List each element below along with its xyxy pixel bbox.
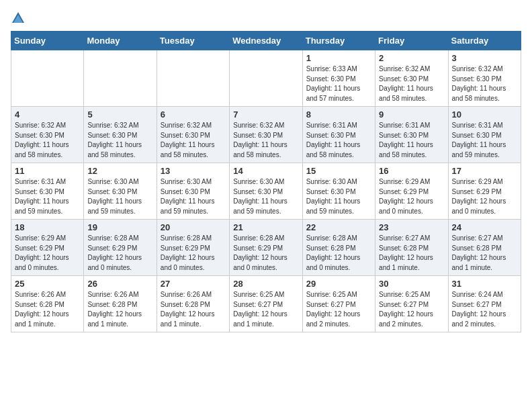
- calendar-cell: 12Sunrise: 6:30 AM Sunset: 6:30 PM Dayli…: [84, 163, 157, 220]
- day-info: Sunrise: 6:29 AM Sunset: 6:29 PM Dayligh…: [452, 177, 517, 216]
- day-info: Sunrise: 6:30 AM Sunset: 6:30 PM Dayligh…: [306, 177, 371, 216]
- day-info: Sunrise: 6:28 AM Sunset: 6:28 PM Dayligh…: [306, 234, 371, 273]
- calendar-cell: 26Sunrise: 6:26 AM Sunset: 6:28 PM Dayli…: [84, 276, 157, 332]
- logo-icon: [11, 11, 26, 26]
- calendar-cell: 22Sunrise: 6:28 AM Sunset: 6:28 PM Dayli…: [302, 220, 375, 276]
- calendar-week-row: 4Sunrise: 6:32 AM Sunset: 6:30 PM Daylig…: [11, 107, 521, 163]
- day-number: 14: [233, 166, 298, 176]
- day-info: Sunrise: 6:32 AM Sunset: 6:30 PM Dayligh…: [233, 121, 298, 160]
- day-info: Sunrise: 6:31 AM Sunset: 6:30 PM Dayligh…: [15, 177, 80, 216]
- day-info: Sunrise: 6:27 AM Sunset: 6:28 PM Dayligh…: [452, 234, 517, 273]
- day-info: Sunrise: 6:30 AM Sunset: 6:30 PM Dayligh…: [161, 177, 226, 216]
- calendar-cell: 6Sunrise: 6:32 AM Sunset: 6:30 PM Daylig…: [157, 107, 229, 163]
- day-info: Sunrise: 6:30 AM Sunset: 6:30 PM Dayligh…: [87, 177, 152, 216]
- day-info: Sunrise: 6:28 AM Sunset: 6:29 PM Dayligh…: [87, 234, 152, 273]
- calendar-cell: 7Sunrise: 6:32 AM Sunset: 6:30 PM Daylig…: [230, 107, 302, 163]
- day-of-week-header: Sunday: [11, 32, 84, 50]
- day-info: Sunrise: 6:26 AM Sunset: 6:28 PM Dayligh…: [15, 290, 80, 329]
- day-info: Sunrise: 6:32 AM Sunset: 6:30 PM Dayligh…: [87, 121, 152, 160]
- calendar-header-row: SundayMondayTuesdayWednesdayThursdayFrid…: [11, 32, 521, 50]
- day-number: 16: [379, 166, 444, 176]
- day-info: Sunrise: 6:32 AM Sunset: 6:30 PM Dayligh…: [379, 64, 444, 103]
- day-number: 21: [233, 222, 298, 232]
- logo: [11, 11, 28, 26]
- day-number: 20: [161, 222, 226, 232]
- day-number: 22: [306, 222, 371, 232]
- day-info: Sunrise: 6:32 AM Sunset: 6:30 PM Dayligh…: [161, 121, 226, 160]
- calendar-week-row: 11Sunrise: 6:31 AM Sunset: 6:30 PM Dayli…: [11, 163, 521, 220]
- day-number: 8: [306, 109, 371, 120]
- calendar-cell: 2Sunrise: 6:32 AM Sunset: 6:30 PM Daylig…: [375, 50, 448, 107]
- day-info: Sunrise: 6:25 AM Sunset: 6:27 PM Dayligh…: [233, 290, 298, 329]
- day-number: 26: [87, 279, 152, 289]
- day-of-week-header: Tuesday: [157, 32, 229, 50]
- day-of-week-header: Wednesday: [230, 32, 302, 50]
- calendar-cell: [230, 50, 302, 107]
- day-info: Sunrise: 6:25 AM Sunset: 6:27 PM Dayligh…: [379, 290, 444, 329]
- day-number: 23: [379, 222, 444, 232]
- calendar-cell: 13Sunrise: 6:30 AM Sunset: 6:30 PM Dayli…: [157, 163, 229, 220]
- calendar-cell: 15Sunrise: 6:30 AM Sunset: 6:30 PM Dayli…: [302, 163, 375, 220]
- day-of-week-header: Saturday: [448, 32, 521, 50]
- calendar-cell: 29Sunrise: 6:25 AM Sunset: 6:27 PM Dayli…: [302, 276, 375, 332]
- calendar-cell: 4Sunrise: 6:32 AM Sunset: 6:30 PM Daylig…: [11, 107, 84, 163]
- day-info: Sunrise: 6:31 AM Sunset: 6:30 PM Dayligh…: [379, 121, 444, 160]
- day-info: Sunrise: 6:28 AM Sunset: 6:29 PM Dayligh…: [233, 234, 298, 273]
- calendar-cell: [157, 50, 229, 107]
- day-number: 3: [452, 53, 517, 63]
- calendar-cell: 25Sunrise: 6:26 AM Sunset: 6:28 PM Dayli…: [11, 276, 84, 332]
- day-of-week-header: Friday: [375, 32, 448, 50]
- day-number: 24: [452, 222, 517, 232]
- calendar-cell: 9Sunrise: 6:31 AM Sunset: 6:30 PM Daylig…: [375, 107, 448, 163]
- calendar-cell: 20Sunrise: 6:28 AM Sunset: 6:29 PM Dayli…: [157, 220, 229, 276]
- day-info: Sunrise: 6:31 AM Sunset: 6:30 PM Dayligh…: [452, 121, 517, 160]
- calendar-cell: 18Sunrise: 6:29 AM Sunset: 6:29 PM Dayli…: [11, 220, 84, 276]
- calendar-cell: [84, 50, 157, 107]
- calendar-table: SundayMondayTuesdayWednesdayThursdayFrid…: [11, 31, 521, 332]
- day-info: Sunrise: 6:27 AM Sunset: 6:28 PM Dayligh…: [379, 234, 444, 273]
- calendar-cell: 23Sunrise: 6:27 AM Sunset: 6:28 PM Dayli…: [375, 220, 448, 276]
- calendar-cell: 16Sunrise: 6:29 AM Sunset: 6:29 PM Dayli…: [375, 163, 448, 220]
- calendar-cell: 17Sunrise: 6:29 AM Sunset: 6:29 PM Dayli…: [448, 163, 521, 220]
- day-number: 19: [87, 222, 152, 232]
- calendar-cell: 19Sunrise: 6:28 AM Sunset: 6:29 PM Dayli…: [84, 220, 157, 276]
- day-number: 27: [161, 279, 226, 289]
- calendar-cell: 27Sunrise: 6:26 AM Sunset: 6:28 PM Dayli…: [157, 276, 229, 332]
- day-info: Sunrise: 6:29 AM Sunset: 6:29 PM Dayligh…: [15, 234, 80, 273]
- calendar-week-row: 25Sunrise: 6:26 AM Sunset: 6:28 PM Dayli…: [11, 276, 521, 332]
- day-number: 10: [452, 109, 517, 120]
- day-number: 7: [233, 109, 298, 120]
- day-number: 6: [161, 109, 226, 120]
- day-number: 4: [15, 109, 80, 120]
- calendar-cell: 3Sunrise: 6:32 AM Sunset: 6:30 PM Daylig…: [448, 50, 521, 107]
- day-number: 11: [15, 166, 80, 176]
- day-number: 17: [452, 166, 517, 176]
- calendar-cell: 10Sunrise: 6:31 AM Sunset: 6:30 PM Dayli…: [448, 107, 521, 163]
- day-of-week-header: Monday: [84, 32, 157, 50]
- day-info: Sunrise: 6:25 AM Sunset: 6:27 PM Dayligh…: [306, 290, 371, 329]
- day-info: Sunrise: 6:32 AM Sunset: 6:30 PM Dayligh…: [452, 64, 517, 103]
- calendar-cell: 14Sunrise: 6:30 AM Sunset: 6:30 PM Dayli…: [230, 163, 302, 220]
- day-of-week-header: Thursday: [302, 32, 375, 50]
- day-number: 28: [233, 279, 298, 289]
- calendar-cell: 31Sunrise: 6:24 AM Sunset: 6:27 PM Dayli…: [448, 276, 521, 332]
- calendar-cell: 1Sunrise: 6:33 AM Sunset: 6:30 PM Daylig…: [302, 50, 375, 107]
- calendar-cell: 11Sunrise: 6:31 AM Sunset: 6:30 PM Dayli…: [11, 163, 84, 220]
- day-number: 5: [87, 109, 152, 120]
- page-header: [11, 11, 521, 26]
- day-number: 29: [306, 279, 371, 289]
- day-number: 13: [161, 166, 226, 176]
- day-number: 2: [379, 53, 444, 63]
- day-number: 31: [452, 279, 517, 289]
- calendar-cell: 28Sunrise: 6:25 AM Sunset: 6:27 PM Dayli…: [230, 276, 302, 332]
- day-info: Sunrise: 6:32 AM Sunset: 6:30 PM Dayligh…: [15, 121, 80, 160]
- day-info: Sunrise: 6:29 AM Sunset: 6:29 PM Dayligh…: [379, 177, 444, 216]
- day-number: 25: [15, 279, 80, 289]
- calendar-cell: 5Sunrise: 6:32 AM Sunset: 6:30 PM Daylig…: [84, 107, 157, 163]
- day-number: 15: [306, 166, 371, 176]
- calendar-week-row: 1Sunrise: 6:33 AM Sunset: 6:30 PM Daylig…: [11, 50, 521, 107]
- calendar-cell: 24Sunrise: 6:27 AM Sunset: 6:28 PM Dayli…: [448, 220, 521, 276]
- day-info: Sunrise: 6:30 AM Sunset: 6:30 PM Dayligh…: [233, 177, 298, 216]
- day-info: Sunrise: 6:26 AM Sunset: 6:28 PM Dayligh…: [161, 290, 226, 329]
- day-number: 30: [379, 279, 444, 289]
